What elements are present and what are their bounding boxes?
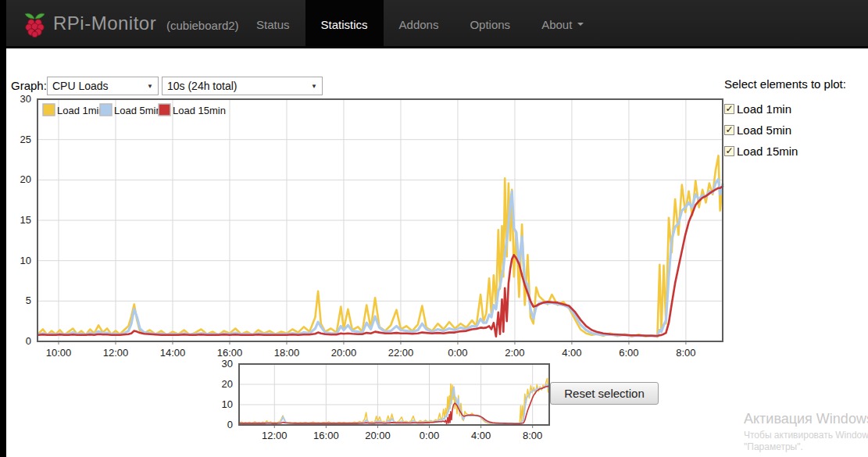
checkbox-load-1min[interactable]: Load 1min xyxy=(724,98,846,120)
plot-elements-panel: Select elements to plot: Load 1min Load … xyxy=(724,77,846,162)
svg-text:14:00: 14:00 xyxy=(160,347,186,359)
main-nav: Status Statistics Addons Options About xyxy=(241,0,599,48)
interval-value: 10s (24h total) xyxy=(167,80,305,92)
nav-item-about[interactable]: About xyxy=(526,0,599,48)
windows-activation-watermark: Активация Windows Чтобы активировать Win… xyxy=(744,411,868,453)
navbar: RPi-Monitor (cubieboard2) Status Statist… xyxy=(6,0,868,48)
nav-item-addons[interactable]: Addons xyxy=(384,0,455,48)
checkbox-label: Load 5min xyxy=(737,123,791,137)
svg-text:4:00: 4:00 xyxy=(471,430,491,441)
select-caret-icon: ▼ xyxy=(147,83,153,90)
svg-text:4:00: 4:00 xyxy=(562,347,581,359)
svg-text:0:00: 0:00 xyxy=(420,430,439,441)
watermark-line: Чтобы активировать Window xyxy=(744,430,868,441)
nav-item-status[interactable]: Status xyxy=(241,0,305,48)
svg-text:Load 5min: Load 5min xyxy=(114,105,162,116)
hostname-label: (cubieboard2) xyxy=(166,19,239,32)
app-title[interactable]: RPi-Monitor xyxy=(53,12,156,34)
select-caret-icon: ▼ xyxy=(311,83,317,90)
svg-text:6:00: 6:00 xyxy=(619,347,638,359)
svg-text:18:00: 18:00 xyxy=(274,347,300,359)
raspberry-logo-icon xyxy=(23,12,47,38)
svg-text:22:00: 22:00 xyxy=(388,347,414,359)
rpi-monitor-page: RPi-Monitor (cubieboard2) Status Statist… xyxy=(0,0,868,457)
checkbox-load-5min[interactable]: Load 5min xyxy=(724,120,846,141)
svg-text:Load 15min: Load 15min xyxy=(173,105,226,116)
graph-type-select[interactable]: CPU Loads ▼ xyxy=(47,77,159,95)
svg-text:16:00: 16:00 xyxy=(217,347,243,359)
svg-text:20: 20 xyxy=(20,173,31,185)
interval-select[interactable]: 10s (24h total) ▼ xyxy=(162,77,323,95)
svg-text:0:00: 0:00 xyxy=(448,347,467,359)
left-black-strip xyxy=(0,0,6,457)
svg-text:8:00: 8:00 xyxy=(523,430,542,441)
svg-text:10: 10 xyxy=(222,398,233,410)
nav-about-label: About xyxy=(541,18,572,31)
svg-text:20:00: 20:00 xyxy=(331,347,357,359)
svg-text:Load 1min: Load 1min xyxy=(57,105,105,116)
svg-text:20: 20 xyxy=(222,378,233,390)
svg-text:30: 30 xyxy=(222,359,233,370)
svg-text:25: 25 xyxy=(20,134,31,145)
cpu-loads-overview-chart[interactable]: 010203012:0016:0020:000:004:008:00 xyxy=(219,359,555,447)
svg-text:12:00: 12:00 xyxy=(103,347,129,359)
graph-type-value: CPU Loads xyxy=(52,80,141,92)
chevron-down-icon xyxy=(577,23,584,26)
checkbox-label: Load 15min xyxy=(737,145,798,158)
svg-text:5: 5 xyxy=(26,295,31,306)
checkbox-label: Load 1min xyxy=(737,102,791,116)
svg-text:8:00: 8:00 xyxy=(676,347,695,359)
svg-text:16:00: 16:00 xyxy=(313,430,339,441)
svg-text:15: 15 xyxy=(20,214,31,226)
svg-text:0: 0 xyxy=(26,335,31,347)
nav-item-options[interactable]: Options xyxy=(454,0,526,48)
svg-text:0: 0 xyxy=(227,419,233,430)
reset-selection-button[interactable]: Reset selection xyxy=(550,382,659,405)
svg-text:20:00: 20:00 xyxy=(365,430,391,441)
svg-text:2:00: 2:00 xyxy=(505,347,524,359)
nav-item-statistics[interactable]: Statistics xyxy=(305,0,384,48)
watermark-line: "Параметры". xyxy=(744,441,868,453)
svg-text:30: 30 xyxy=(20,94,31,105)
graph-label: Graph: xyxy=(11,79,47,92)
svg-text:10: 10 xyxy=(20,255,31,266)
plot-elements-title: Select elements to plot: xyxy=(724,77,846,91)
svg-text:12:00: 12:00 xyxy=(262,430,288,441)
cpu-loads-main-chart[interactable]: 05101520253010:0012:0014:0016:0018:0020:… xyxy=(14,94,729,367)
svg-text:10:00: 10:00 xyxy=(46,347,72,359)
checkbox-load-15min[interactable]: Load 15min xyxy=(724,141,846,162)
watermark-title: Активация Windows xyxy=(744,411,868,427)
